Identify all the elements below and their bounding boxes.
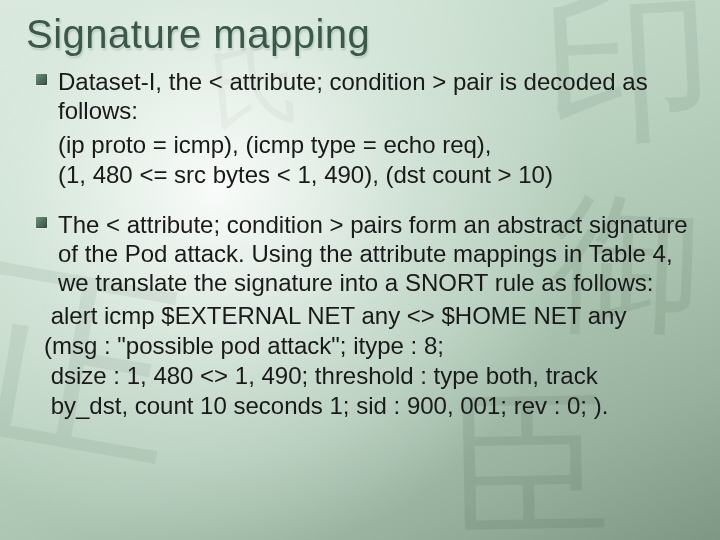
bullet-detail: (ip proto = icmp), (icmp type = echo req… (34, 130, 694, 190)
bullet-item: The < attribute; condition > pairs form … (34, 210, 694, 298)
bullet-lead: Dataset-I, the < attribute; condition > … (58, 67, 694, 126)
bullet-lead: The < attribute; condition > pairs form … (58, 210, 694, 298)
bullet-list: Dataset-I, the < attribute; condition > … (26, 67, 694, 421)
spacer (34, 190, 694, 210)
bullet-item: Dataset-I, the < attribute; condition > … (34, 67, 694, 126)
slide-title: Signature mapping (26, 12, 694, 57)
slide: 印 御 臣 正 氏 Signature mapping Dataset-I, t… (0, 0, 720, 540)
slide-content: Signature mapping Dataset-I, the < attri… (0, 0, 720, 421)
bullet-detail: alert icmp $EXTERNAL NET any <> $HOME NE… (34, 301, 694, 421)
